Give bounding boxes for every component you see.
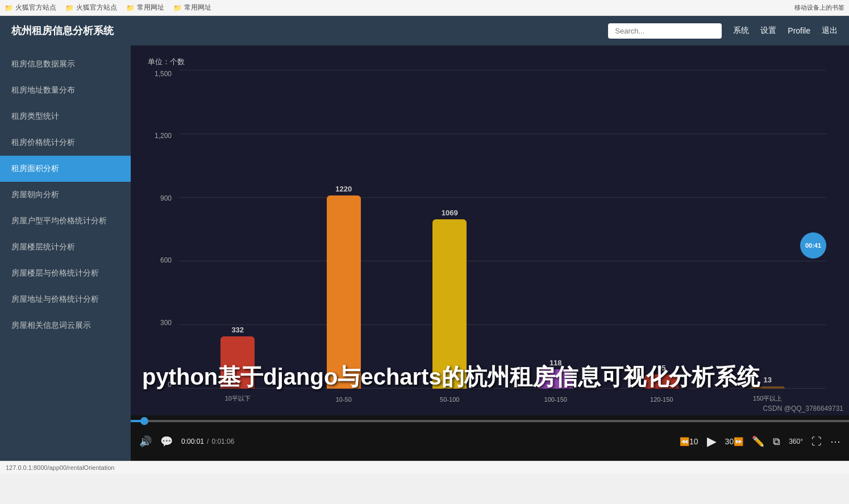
rewind-10-button[interactable]: ⏪10 xyxy=(680,437,698,446)
folder-icon-1: 📁 xyxy=(5,4,13,12)
sidebar-item-5[interactable]: 房屋朝向分析 xyxy=(0,182,131,208)
time-separator: / xyxy=(207,438,209,445)
y-label-2: 900 xyxy=(160,194,172,202)
folder-icon-4: 📁 xyxy=(173,4,182,12)
y-label-3: 600 xyxy=(160,256,172,264)
chart-area: 单位：个数 1,500 1,200 900 600 300 xyxy=(131,45,849,415)
bar-label-0: 10平以下 xyxy=(225,394,251,403)
more-button[interactable]: ⋯ xyxy=(830,435,840,448)
bar-group-5: 13150平以上 xyxy=(721,70,815,389)
pip-button[interactable]: ⧉ xyxy=(773,436,780,448)
edit-button[interactable]: ✏️ xyxy=(752,435,764,448)
progress-bar[interactable] xyxy=(131,420,849,422)
sidebar-item-8[interactable]: 房屋楼层与价格统计分析 xyxy=(0,260,131,286)
fullscreen-button[interactable]: ⛶ xyxy=(811,436,822,448)
bar-group-4: 95120-150 xyxy=(614,70,709,389)
csdn-watermark: CSDN @QQ_3786649731 xyxy=(763,405,843,413)
nav-logout[interactable]: 退出 xyxy=(822,26,838,36)
forward-30-button[interactable]: 30⏩ xyxy=(725,437,744,446)
progress-fill xyxy=(131,420,145,422)
bar-value-0: 332 xyxy=(231,326,244,334)
url-text: 127.0.0.1:8000/app00/rentalOrientation xyxy=(6,464,114,471)
subtitles-button[interactable]: 💬 xyxy=(160,435,173,448)
nav-settings[interactable]: 设置 xyxy=(760,26,776,36)
chart-unit: 单位：个数 xyxy=(148,57,832,67)
bookmark-3[interactable]: 📁 常用网址 xyxy=(126,3,164,13)
bar-group-1: 122010-50 xyxy=(297,70,392,389)
bookmark-label-1: 火狐官方站点 xyxy=(15,3,56,13)
nav-system[interactable]: 系统 xyxy=(733,26,749,36)
main-layout: 租房信息数据展示 租房地址数量分布 租房类型统计 租房价格统计分析 租房面积分析… xyxy=(0,45,849,461)
nav-profile[interactable]: Profile xyxy=(788,26,810,35)
y-label-1: 1,200 xyxy=(155,132,172,140)
bar-label-1: 10-50 xyxy=(336,396,352,403)
bar-1: 10-50 xyxy=(327,195,361,389)
sidebar-item-9[interactable]: 房屋地址与价格统计分析 xyxy=(0,286,131,313)
bar-value-2: 1069 xyxy=(442,209,458,217)
bookmark-label-4: 常用网址 xyxy=(184,3,211,13)
bookmark-1[interactable]: 📁 火狐官方站点 xyxy=(5,3,56,13)
bar-group-2: 106950-100 xyxy=(402,70,497,389)
y-label-4: 300 xyxy=(160,319,172,327)
360-button[interactable]: 360° xyxy=(789,438,803,445)
sidebar-item-10[interactable]: 房屋相关信息词云展示 xyxy=(0,313,131,339)
content-area: 单位：个数 1,500 1,200 900 600 300 xyxy=(131,45,849,461)
mobile-bookmark: 移动设备上的书签 xyxy=(794,3,844,12)
sidebar-item-1[interactable]: 租房地址数量分布 xyxy=(0,77,131,103)
bar-label-3: 100-150 xyxy=(544,396,567,403)
bookmarks-bar: 📁 火狐官方站点 📁 火狐官方站点 📁 常用网址 📁 常用网址 移动设备上的书签 xyxy=(0,0,849,16)
bookmark-4[interactable]: 📁 常用网址 xyxy=(173,3,211,13)
time-current: 0:00:01 xyxy=(181,438,204,445)
y-axis: 1,500 1,200 900 600 300 0 xyxy=(148,70,176,389)
bar-group-0: 33210平以下 xyxy=(190,70,285,389)
search-input[interactable] xyxy=(608,23,722,39)
folder-icon-2: 📁 xyxy=(65,4,74,12)
time-display: 0:00:01 / 0:01:06 xyxy=(181,438,234,445)
url-bar: 127.0.0.1:8000/app00/rentalOrientation xyxy=(0,461,849,473)
controls-right: ⏪10 ▶ 30⏩ ✏️ ⧉ 360° ⛶ ⋯ xyxy=(680,434,840,449)
controls-bottom: 🔊 💬 0:00:01 / 0:01:06 ⏪10 ▶ 30⏩ ✏️ xyxy=(131,422,849,461)
bookmark-label-3: 常用网址 xyxy=(137,3,164,13)
video-controls: 🔊 💬 0:00:01 / 0:01:06 ⏪10 ▶ 30⏩ ✏️ xyxy=(131,415,849,461)
bar-value-1: 1220 xyxy=(335,185,352,193)
sidebar-item-2[interactable]: 租房类型统计 xyxy=(0,103,131,130)
sidebar-item-7[interactable]: 房屋楼层统计分析 xyxy=(0,234,131,260)
bookmark-label-2: 火狐官方站点 xyxy=(76,3,117,13)
bar-label-2: 50-100 xyxy=(440,396,459,403)
play-button[interactable]: ▶ xyxy=(707,434,717,449)
bar-label-4: 120-150 xyxy=(650,396,673,403)
sidebar-item-3[interactable]: 租房价格统计分析 xyxy=(0,130,131,156)
header-nav: 系统 设置 Profile 退出 xyxy=(733,26,838,36)
y-label-0: 1,500 xyxy=(155,70,172,78)
timer-badge: 00:41 xyxy=(800,232,826,259)
bar-label-5: 150平以上 xyxy=(753,394,782,403)
bar-group-3: 118100-150 xyxy=(509,70,604,389)
bookmark-2[interactable]: 📁 火狐官方站点 xyxy=(65,3,117,13)
chart-wrapper: 1,500 1,200 900 600 300 0 33210平以下122010… xyxy=(148,70,832,406)
bars-container: 33210平以下122010-50106950-100118100-150951… xyxy=(179,70,826,389)
sidebar-item-6[interactable]: 房屋户型平均价格统计分析 xyxy=(0,208,131,234)
sidebar-item-4[interactable]: 租房面积分析 xyxy=(0,156,131,182)
overlay-text: python基于django与echarts的杭州租房信息可视化分析系统 xyxy=(142,361,838,393)
app-header: 杭州租房信息分析系统 系统 设置 Profile 退出 xyxy=(0,16,849,45)
time-total: 0:01:06 xyxy=(211,438,234,445)
volume-button[interactable]: 🔊 xyxy=(139,435,152,448)
sidebar-item-0[interactable]: 租房信息数据展示 xyxy=(0,51,131,77)
sidebar: 租房信息数据展示 租房地址数量分布 租房类型统计 租房价格统计分析 租房面积分析… xyxy=(0,45,131,461)
app-title: 杭州租房信息分析系统 xyxy=(11,24,608,38)
folder-icon-3: 📁 xyxy=(126,4,135,12)
